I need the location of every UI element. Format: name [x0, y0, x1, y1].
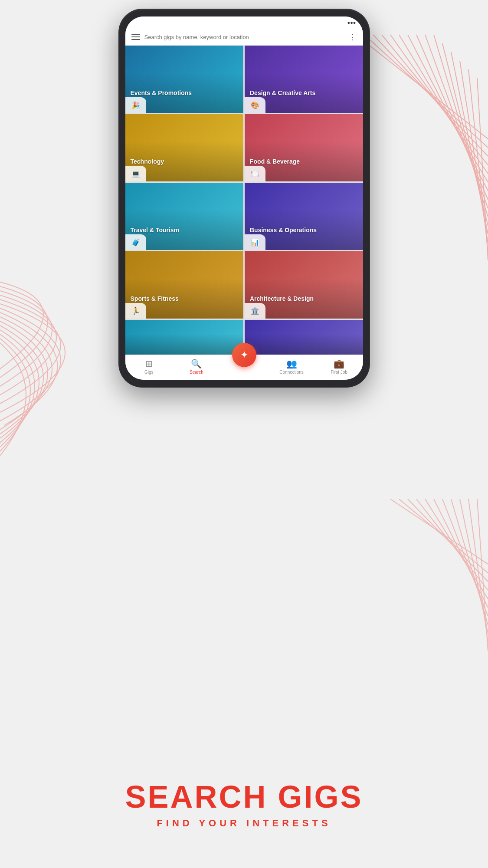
category-label-sports-fitness: Sports & Fitness — [131, 295, 239, 302]
svg-line-15 — [390, 499, 488, 564]
sub-tagline: FIND YOUR INTERESTS — [0, 818, 488, 829]
category-icon-business-operations: 📊 — [245, 234, 265, 250]
category-label-food-beverage: Food & Beverage — [250, 158, 358, 165]
svg-line-23 — [460, 499, 488, 634]
nav-item-search[interactable]: 🔍 Search — [173, 358, 220, 375]
category-card-partial-right[interactable] — [245, 320, 363, 355]
status-bar: ●●● — [125, 16, 363, 29]
first-job-label: First Job — [331, 370, 347, 375]
search-icon: 🔍 — [191, 358, 202, 369]
svg-line-3 — [382, 35, 488, 165]
search-input[interactable] — [144, 34, 344, 40]
nav-item-gigs[interactable]: ⊞ Gigs — [125, 358, 173, 375]
svg-line-8 — [425, 35, 488, 208]
connections-icon: 👥 — [286, 358, 297, 369]
svg-line-4 — [390, 35, 488, 174]
svg-line-17 — [408, 499, 488, 582]
gigs-label: Gigs — [144, 370, 154, 375]
connections-label: Connections — [279, 370, 304, 375]
category-card-business-operations[interactable]: Business & Operations📊 — [245, 183, 363, 250]
svg-line-2 — [373, 35, 488, 156]
phone-mockup: ●●● ⋮ Events & Promotions🎉Design & Creat… — [118, 9, 370, 388]
category-icon-travel-tourism: 🧳 — [125, 234, 146, 250]
category-card-food-beverage[interactable]: Food & Beverage🍽️ — [245, 114, 363, 181]
svg-line-16 — [399, 499, 488, 573]
svg-line-11 — [451, 52, 488, 234]
category-card-design-creative-arts[interactable]: Design & Creative Arts🎨 — [245, 46, 363, 113]
more-options-icon[interactable]: ⋮ — [349, 32, 357, 42]
category-icon-sports-fitness: 🏃 — [125, 303, 146, 319]
category-card-sports-fitness[interactable]: Sports & Fitness🏃 — [125, 251, 244, 319]
svg-line-1 — [364, 35, 488, 148]
category-icon-technology: 💻 — [125, 166, 146, 181]
svg-line-5 — [399, 35, 488, 182]
search-bar: ⋮ — [125, 29, 363, 46]
svg-line-19 — [425, 499, 488, 599]
category-card-travel-tourism[interactable]: Travel & Tourism🧳 — [125, 183, 244, 250]
category-label-architecture-design: Architecture & Design — [250, 295, 358, 302]
svg-line-22 — [451, 499, 488, 625]
svg-line-12 — [460, 61, 488, 243]
category-icon-design-creative-arts: 🎨 — [245, 97, 265, 113]
search-label: Search — [190, 370, 203, 375]
twyne-fab-button[interactable]: ✦ — [232, 343, 256, 367]
category-card-events-promotions[interactable]: Events & Promotions🎉 — [125, 46, 244, 113]
nav-item-first-job[interactable]: 💼 First Job — [315, 358, 363, 375]
category-icon-architecture-design: 🏛️ — [245, 303, 265, 319]
category-icon-food-beverage: 🍽️ — [245, 166, 265, 181]
category-label-design-creative-arts: Design & Creative Arts — [250, 89, 358, 96]
category-card-architecture-design[interactable]: Architecture & Design🏛️ — [245, 251, 363, 319]
category-card-technology[interactable]: Technology💻 — [125, 114, 244, 181]
hamburger-menu[interactable] — [131, 34, 140, 40]
category-label-business-operations: Business & Operations — [250, 227, 358, 233]
svg-line-9 — [434, 35, 488, 217]
category-label-technology: Technology — [131, 158, 239, 165]
main-tagline: SEARCH GIGS — [0, 781, 488, 812]
nav-item-connections[interactable]: 👥 Connections — [268, 358, 315, 375]
svg-line-10 — [442, 43, 488, 226]
svg-line-13 — [468, 69, 488, 252]
category-card-partial-left[interactable] — [125, 320, 244, 355]
svg-line-25 — [477, 499, 488, 651]
svg-line-20 — [434, 499, 488, 608]
category-grid: Events & Promotions🎉Design & Creative Ar… — [125, 46, 363, 355]
svg-line-14 — [477, 78, 488, 260]
category-label-travel-tourism: Travel & Tourism — [131, 227, 239, 233]
svg-line-21 — [442, 499, 488, 616]
svg-line-7 — [416, 35, 488, 200]
twyne-fab-icon: ✦ — [240, 349, 248, 361]
first-job-icon: 💼 — [334, 358, 344, 369]
svg-line-18 — [416, 499, 488, 590]
svg-line-0 — [356, 35, 488, 139]
bottom-navigation: ✦ ⊞ Gigs 🔍 Search 👥 Connections 💼 F — [125, 355, 363, 380]
gigs-icon: ⊞ — [145, 358, 153, 369]
tagline-section: SEARCH GIGS FIND YOUR INTERESTS — [0, 781, 488, 829]
category-icon-events-promotions: 🎉 — [125, 97, 146, 113]
svg-line-6 — [408, 35, 488, 191]
svg-line-24 — [468, 499, 488, 642]
category-label-events-promotions: Events & Promotions — [131, 89, 239, 96]
